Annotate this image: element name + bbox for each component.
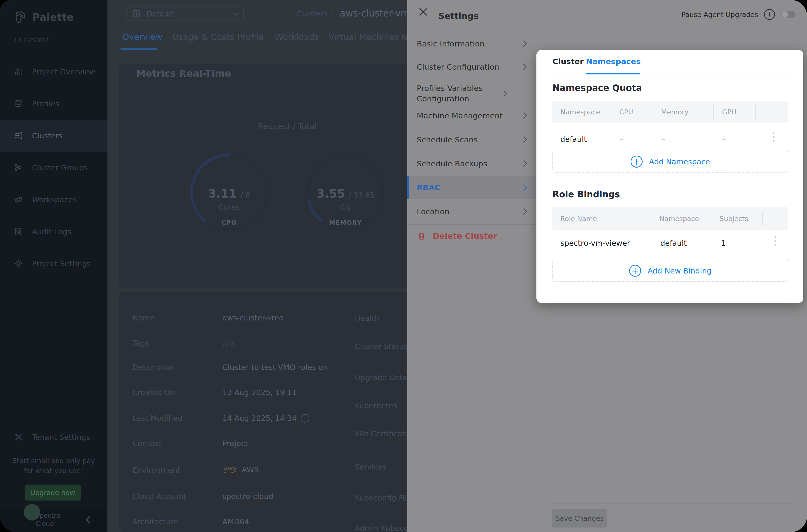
cpu-gauge-unit: Cores <box>187 203 271 212</box>
role-bindings-heading: Role Bindings <box>552 189 620 199</box>
cpu-gauge: 3.11 / 8 Cores CPU <box>187 150 271 235</box>
sidebar-item-label: Profiles <box>32 99 59 108</box>
field-value-tags: n/a <box>222 339 234 347</box>
rbac-panel: Cluster Namespaces Namespace Quota Names… <box>537 50 803 303</box>
chevron-right-icon <box>521 208 527 214</box>
field-value-name: aws-cluster-vmo <box>222 314 284 322</box>
settings-nav-cluster-configuration[interactable]: Cluster Configuration <box>407 55 536 79</box>
settings-nav-rbac[interactable]: RBAC <box>407 176 536 199</box>
sidebar-item-label: Project Settings <box>32 259 91 268</box>
sidebar-item-label: Project Overview <box>32 68 95 76</box>
sidebar-item-label: Cluster Groups <box>32 163 88 172</box>
tab-cluster[interactable]: Cluster <box>552 57 584 66</box>
plus-circle-icon: + <box>629 265 641 277</box>
tab-workloads[interactable]: Workloads <box>275 32 319 42</box>
gear-icon <box>14 259 23 268</box>
sidebar-item-label: Clusters <box>32 131 62 140</box>
column-header: Namespace <box>659 207 699 230</box>
chevron-right-icon <box>521 136 527 142</box>
field-label: Last Modified <box>132 414 182 423</box>
delete-cluster-button[interactable]: Delete Cluster <box>417 231 497 241</box>
sidebar-item-workspaces[interactable]: Workspaces <box>0 184 108 215</box>
active-tab-underline <box>120 48 157 50</box>
namespace-quota-table-header: Namespace CPU Memory GPU <box>552 101 788 123</box>
settings-nav-schedule-scans[interactable]: Schedule Scans <box>407 128 536 151</box>
metrics-subtitle: Request / Total <box>237 122 337 131</box>
breadcrumb-current-cluster: aws-cluster-vmo <box>340 8 415 19</box>
tools-icon <box>14 433 23 442</box>
pause-agent-upgrades-toggle[interactable] <box>781 11 795 18</box>
plus-circle-icon: + <box>631 156 643 168</box>
sidebar-item-audit-logs[interactable]: Audit Logs <box>0 215 108 248</box>
memory-gauge-value: 3.55 / 33.65 <box>303 187 388 200</box>
row-menu-kebab-icon[interactable] <box>773 132 774 141</box>
chevron-right-icon <box>521 64 527 70</box>
tab-usage-costs[interactable]: Usage & Costs <box>172 32 234 42</box>
user-footer: Spectro Cloud <box>0 508 108 532</box>
settings-nav-basic-information[interactable]: Basic Information <box>407 32 536 55</box>
project-selector[interactable]: Default <box>127 6 244 21</box>
add-new-binding-button[interactable]: + Add New Binding <box>552 260 788 282</box>
field-label: Context <box>132 439 162 448</box>
doc-search-icon <box>14 227 23 236</box>
project-selector-value: Default <box>146 10 229 18</box>
column-header: CPU <box>619 101 633 123</box>
breadcrumb-separator: / <box>331 9 334 18</box>
svg-text:aws: aws <box>223 464 237 472</box>
orbit-icon <box>14 195 23 204</box>
sidebar-item-project-overview[interactable]: Project Overview <box>0 56 108 88</box>
field-label: Description <box>132 363 175 372</box>
field-label: Cloud Account <box>132 492 186 501</box>
tab-overview[interactable]: Overview <box>123 32 163 42</box>
close-icon[interactable]: × <box>417 4 429 18</box>
row-menu-kebab-icon[interactable] <box>774 236 776 246</box>
memory-gauge-label: MEMORY <box>303 219 388 226</box>
app-window: Palette 4.8.0-250807 Project Overview Pr… <box>0 0 807 532</box>
trash-icon <box>417 231 426 241</box>
field-value-environment: aws AWS <box>222 464 259 475</box>
settings-nav-location[interactable]: Location <box>407 200 536 223</box>
field-value-last-modified: 14 Aug 2025, 14:34 i <box>222 414 309 423</box>
upgrade-now-button[interactable]: Upgrade now <box>25 484 81 500</box>
field-label-cluster-status: Cluster Status <box>355 342 408 351</box>
upgrade-promo-text: Start small and only pay for what you us… <box>11 456 96 476</box>
collapse-sidebar-icon[interactable] <box>86 516 93 524</box>
drawer-footer-divider <box>552 504 791 504</box>
layers-icon <box>14 99 23 108</box>
settings-nav-schedule-backups[interactable]: Schedule Backups <box>407 152 536 175</box>
metrics-title: Metrics Real-Time <box>136 68 231 79</box>
sidebar-item-clusters[interactable]: Clusters <box>0 120 108 152</box>
memory-gauge: 3.55 / 33.65 Gb MEMORY <box>303 150 388 235</box>
sidebar-item-label: Tenant Settings <box>32 433 90 442</box>
settings-nav-machine-management[interactable]: Machine Management <box>407 104 536 127</box>
column-header: Memory <box>661 101 689 123</box>
tab-namespaces[interactable]: Namespaces <box>586 57 641 66</box>
field-label: Environment <box>132 466 181 475</box>
info-icon[interactable]: i <box>301 414 309 423</box>
drawer-title: Settings <box>438 11 479 21</box>
field-label-services: Services <box>355 462 387 471</box>
column-header: Role Name <box>560 207 597 230</box>
pause-agent-upgrades: Pause Agent Upgrades i <box>681 9 795 20</box>
cell-memory: – <box>661 135 665 144</box>
cell-role-name: spectro-vm-viewer <box>560 239 630 248</box>
tab-profile[interactable]: Profile <box>237 32 264 42</box>
sidebar-item-tenant-settings[interactable]: Tenant Settings <box>0 421 108 453</box>
chevron-down-icon <box>233 10 239 16</box>
chevron-right-icon <box>521 160 527 167</box>
sidebar-item-cluster-groups[interactable]: Cluster Groups <box>0 152 108 184</box>
sidebar-item-profiles[interactable]: Profiles <box>0 88 108 120</box>
sidebar-item-project-settings[interactable]: Project Settings <box>0 248 108 280</box>
settings-drawer: × Settings Pause Agent Upgrades i Basic … <box>407 0 807 532</box>
selected-indicator <box>407 176 409 199</box>
save-changes-button[interactable]: Save Changes <box>552 509 607 528</box>
cpu-gauge-label: CPU <box>187 219 271 226</box>
settings-nav-profiles-variables[interactable]: Profiles Variables Configuration <box>407 80 536 107</box>
cell-subjects: 1 <box>721 239 726 248</box>
info-icon[interactable]: i <box>764 9 775 20</box>
add-namespace-button[interactable]: + Add Namespace <box>552 151 788 173</box>
breadcrumb-clusters-link[interactable]: Clusters <box>297 10 327 18</box>
app-version: 4.8.0-250807 <box>14 37 49 43</box>
tab-virtual-machines[interactable]: Virtual Machines <box>329 32 399 42</box>
project-chart-icon <box>132 9 141 18</box>
